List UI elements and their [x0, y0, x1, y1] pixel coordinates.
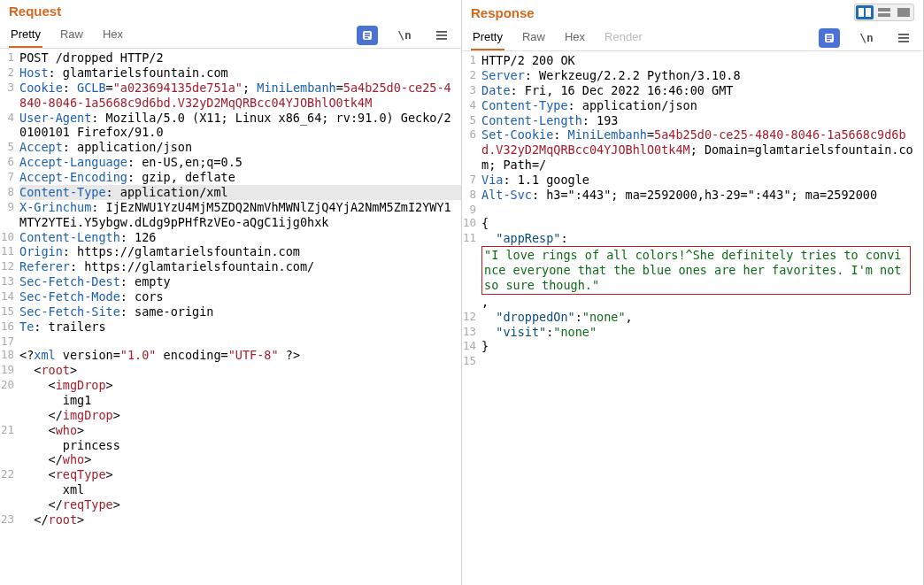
response-body[interactable]: 1HTTP/2 200 OK2Server: Werkzeug/2.2.2 Py… — [462, 51, 923, 585]
code-line: 16Te: trailers — [0, 319, 461, 335]
line-number: 9 — [462, 203, 481, 217]
layout-split-vertical[interactable] — [856, 5, 874, 19]
code-line: 6Set-Cookie: MiniLembanh=5a4b25d0-ce25-4… — [462, 127, 923, 173]
line-content: Via: 1.1 google — [481, 173, 923, 188]
line-content: Sec-Fetch-Mode: cors — [19, 289, 461, 304]
layout-single[interactable] — [895, 5, 912, 19]
request-tabs: Pretty Raw Hex \n — [0, 19, 461, 49]
code-line: 1HTTP/2 200 OK — [462, 53, 923, 68]
response-title: Response — [471, 5, 535, 20]
code-line: 4Content-Type: application/json — [462, 98, 923, 113]
svg-rect-2 — [365, 35, 370, 36]
document-icon — [361, 29, 373, 42]
code-line: 22 <reqType> xml </reqType> — [0, 467, 461, 512]
code-line: 6Accept-Language: en-US,en;q=0.5 — [0, 155, 461, 170]
line-number: 10 — [462, 216, 481, 230]
code-line: 3Date: Fri, 16 Dec 2022 16:46:00 GMT — [462, 83, 923, 98]
code-line: 1POST /dropped HTTP/2 — [0, 50, 461, 65]
newline-toggle[interactable]: \n — [856, 28, 877, 48]
line-number: 12 — [0, 259, 19, 273]
code-line: 5Accept: application/json — [0, 140, 461, 155]
code-line: 10{ — [462, 216, 923, 231]
svg-rect-7 — [859, 8, 864, 17]
line-content: HTTP/2 200 OK — [481, 53, 923, 68]
code-line: 2Server: Werkzeug/2.2.2 Python/3.10.8 — [462, 68, 923, 83]
svg-rect-6 — [436, 38, 447, 40]
menu-button[interactable] — [893, 28, 914, 48]
line-number: 21 — [0, 423, 19, 437]
line-content: <reqType> xml </reqType> — [19, 467, 461, 512]
svg-rect-5 — [436, 35, 447, 36]
highlight-box: "I love rings of all colors!^She definit… — [481, 246, 911, 295]
code-line: 12 "droppedOn":"none", — [462, 310, 923, 325]
line-number: 9 — [0, 200, 19, 214]
line-number: 7 — [0, 170, 19, 184]
code-line: 2Host: glamtarielsfountain.com — [0, 65, 461, 81]
code-line: 21 <who> princess </who> — [0, 423, 461, 468]
line-number: 15 — [462, 354, 481, 368]
svg-rect-10 — [878, 13, 890, 17]
code-line: 5Content-Length: 193 — [462, 113, 923, 128]
line-content: Server: Werkzeug/2.2.2 Python/3.10.8 — [481, 68, 923, 83]
response-header: Response — [462, 0, 923, 21]
line-content: </root> — [19, 512, 461, 527]
line-number: 12 — [462, 310, 481, 324]
line-number: 5 — [462, 113, 481, 127]
menu-button[interactable] — [431, 26, 452, 45]
line-number: 4 — [462, 98, 481, 112]
tab-raw[interactable]: Raw — [520, 25, 547, 50]
line-number: 6 — [462, 127, 481, 142]
menu-icon — [897, 32, 910, 44]
format-button[interactable] — [357, 26, 378, 45]
svg-rect-8 — [866, 8, 871, 17]
tab-raw[interactable]: Raw — [58, 22, 85, 48]
line-number: 19 — [0, 363, 19, 377]
format-button[interactable] — [819, 28, 840, 48]
code-line: 7Via: 1.1 google — [462, 173, 923, 188]
line-content: "appResp": "I love rings of all colors!^… — [481, 231, 923, 309]
line-content: X-Grinchum: IjEzNWU1YzU4MjM5ZDQ2NmVhMWNl… — [19, 200, 461, 230]
layout-split-horizontal[interactable] — [875, 5, 893, 19]
line-content: Accept-Encoding: gzip, deflate — [19, 170, 461, 185]
line-number: 11 — [462, 231, 481, 245]
code-line: 15 — [462, 354, 923, 368]
newline-toggle[interactable]: \n — [394, 26, 415, 45]
line-content: Content-Length: 193 — [481, 113, 923, 128]
svg-rect-3 — [365, 37, 368, 39]
code-line: 20 <imgDrop> img1 </imgDrop> — [0, 378, 461, 423]
line-number: 8 — [462, 188, 481, 202]
menu-icon — [435, 29, 448, 42]
line-number: 13 — [462, 325, 481, 339]
request-body[interactable]: 1POST /dropped HTTP/22Host: glamtarielsf… — [0, 49, 461, 585]
code-line: 8Alt-Svc: h3=":443"; ma=2592000,h3-29=":… — [462, 188, 923, 203]
line-content: Sec-Fetch-Dest: empty — [19, 274, 461, 289]
line-number: 3 — [0, 81, 19, 95]
code-line: 9X-Grinchum: IjEzNWU1YzU4MjM5ZDQ2NmVhMWN… — [0, 200, 461, 230]
line-number: 6 — [0, 155, 19, 169]
layout-toggle — [854, 4, 914, 21]
svg-rect-13 — [827, 35, 832, 37]
code-line: 13 "visit":"none" — [462, 325, 923, 340]
line-number: 1 — [462, 53, 481, 67]
code-line: 14} — [462, 339, 923, 354]
request-header: Request — [0, 0, 461, 19]
line-content: <?xml version="1.0" encoding="UTF-8" ?> — [19, 348, 461, 363]
tab-hex[interactable]: Hex — [101, 22, 125, 48]
line-content: } — [481, 339, 923, 354]
code-line: 4User-Agent: Mozilla/5.0 (X11; Linux x86… — [0, 111, 461, 141]
tab-pretty[interactable]: Pretty — [9, 22, 42, 48]
code-line: 7Accept-Encoding: gzip, deflate — [0, 170, 461, 185]
tab-hex[interactable]: Hex — [563, 25, 587, 50]
svg-rect-15 — [827, 40, 830, 42]
line-content: "droppedOn":"none", — [481, 310, 923, 325]
code-line: 17 — [0, 335, 461, 349]
code-line: 19 <root> — [0, 363, 461, 378]
tab-pretty[interactable]: Pretty — [471, 25, 504, 50]
code-line: 18<?xml version="1.0" encoding="UTF-8" ?… — [0, 348, 461, 363]
line-number: 2 — [0, 65, 19, 80]
code-line: 11 "appResp": "I love rings of all color… — [462, 231, 923, 309]
svg-rect-14 — [827, 37, 832, 39]
code-line: 3Cookie: GCLB="a023694135de751a"; MiniLe… — [0, 81, 461, 111]
tab-render[interactable]: Render — [603, 25, 644, 50]
line-number: 3 — [462, 83, 481, 97]
